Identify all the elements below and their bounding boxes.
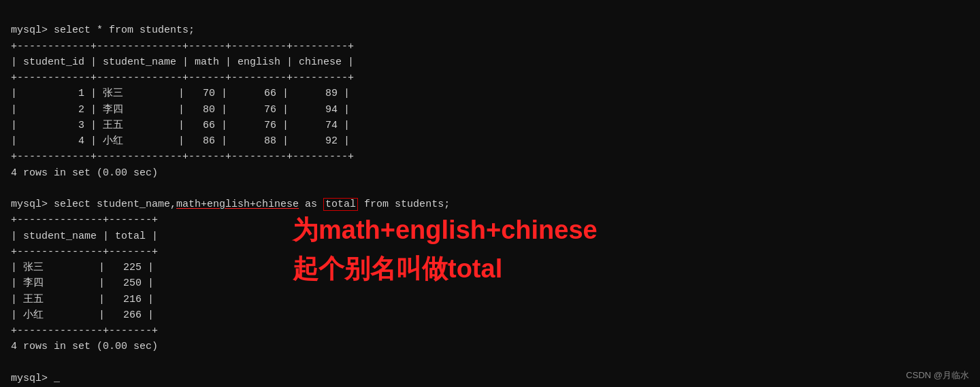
- table1-border-mid: +------------+--------------+------+----…: [11, 72, 354, 84]
- table2-rowcount: 4 rows in set (0.00 sec): [11, 341, 158, 352]
- table2-border-bottom: +--------------+-------+: [11, 325, 158, 337]
- table1-rowcount: 4 rows in set (0.00 sec): [11, 167, 158, 179]
- query2-mid: as: [299, 199, 323, 210]
- table2-header: | student_name | total |: [11, 231, 158, 242]
- query2-pre: select student_name,: [54, 199, 176, 210]
- query1: select * from students;: [54, 24, 195, 36]
- table1-border-top: +------------+--------------+------+----…: [11, 41, 354, 52]
- table1-header: | student_id | student_name | math | eng…: [11, 56, 354, 68]
- prompt-end: mysql> _: [11, 373, 60, 384]
- query2-alias: total: [323, 198, 358, 211]
- prompt-2: mysql>: [11, 199, 54, 210]
- table2-row-4: | 小红 | 266 |: [11, 309, 154, 321]
- query2-expr: math+english+chinese: [176, 199, 299, 210]
- terminal-output: mysql> select * from students; +--------…: [11, 7, 969, 386]
- annotation-overlay: 为math+english+chinese 起个别名叫做total: [293, 211, 598, 288]
- table2-row-2: | 李四 | 250 |: [11, 277, 154, 289]
- table2-border-top: +--------------+-------+: [11, 214, 158, 226]
- query2-post: from students;: [358, 199, 450, 210]
- annotation-line2: 起个别名叫做total: [293, 250, 598, 288]
- table2-row-3: | 王五 | 216 |: [11, 294, 154, 305]
- table2-row-1: | 张三 | 225 |: [11, 262, 154, 273]
- prompt-1: mysql>: [11, 24, 54, 36]
- table1-row-2: | 2 | 李四 | 80 | 76 | 94 |: [11, 104, 350, 116]
- table2-border-mid: +--------------+-------+: [11, 246, 158, 258]
- annotation-line1: 为math+english+chinese: [293, 211, 598, 250]
- table1-border-bottom: +------------+--------------+------+----…: [11, 151, 354, 163]
- table1-row-3: | 3 | 王五 | 66 | 76 | 74 |: [11, 120, 350, 131]
- table1-row-4: | 4 | 小红 | 86 | 88 | 92 |: [11, 135, 350, 147]
- watermark: CSDN @月临水: [906, 369, 969, 382]
- table1-row-1: | 1 | 张三 | 70 | 66 | 89 |: [11, 88, 350, 99]
